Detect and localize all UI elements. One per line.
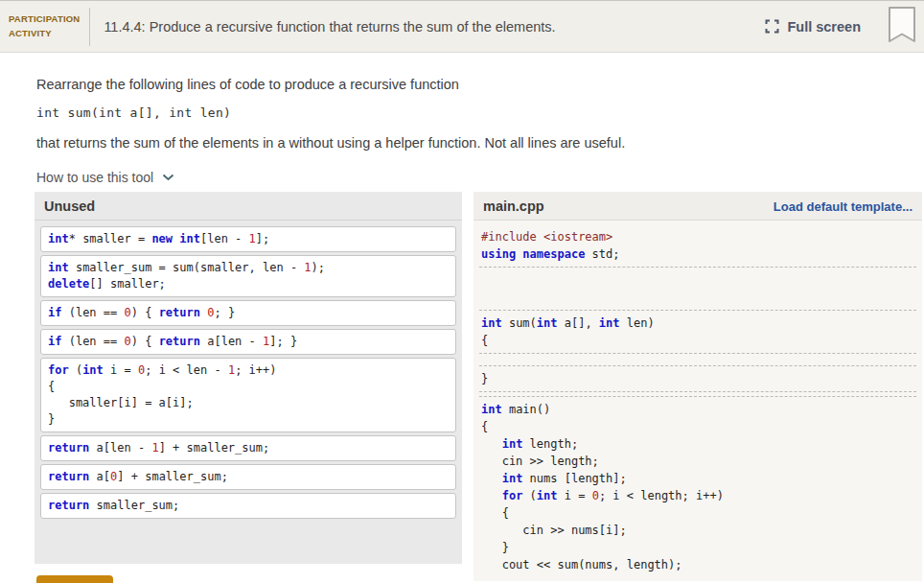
drop-zone[interactable]: [479, 267, 916, 311]
how-to-use-label: How to use this tool: [36, 170, 153, 185]
code-signature: int sum(int a[], int len): [36, 105, 924, 120]
unused-panel-title: Unused: [35, 192, 462, 221]
code-line: for (int i = 0; i < length; i++): [479, 487, 916, 504]
draggable-code-block[interactable]: return a[0] + smaller_sum;: [40, 464, 456, 490]
drop-zone[interactable]: [479, 391, 916, 397]
code-line: #include <iostream>: [479, 228, 916, 245]
fullscreen-button[interactable]: Full screen: [765, 19, 861, 35]
draggable-code-block[interactable]: return a[len - 1] + smaller_sum;: [40, 435, 456, 461]
main-cpp-header: main.cpp Load default template...: [474, 192, 922, 221]
main-code-area: #include <iostream>using namespace std;i…: [474, 221, 922, 581]
activity-header: PARTICIPATION ACTIVITY 11.4.4: Produce a…: [0, 0, 924, 53]
code-line: int nums [length];: [479, 470, 916, 487]
main-cpp-title: main.cpp: [483, 198, 544, 214]
code-line: int main(): [479, 401, 916, 418]
code-line: {: [479, 332, 916, 349]
activity-title: 11.4.4: Produce a recursive function tha…: [104, 19, 765, 35]
load-default-template-link[interactable]: Load default template...: [774, 199, 912, 214]
code-line: {: [479, 418, 916, 435]
instruction-text-2: that returns the sum of the elements in …: [36, 135, 924, 151]
how-to-use-toggle[interactable]: How to use this tool: [36, 170, 174, 185]
code-line: cout << sum(nums, length);: [479, 556, 916, 573]
unused-blocks-area: int* smaller = new int[len - 1];int smal…: [35, 221, 462, 527]
unused-panel: Unused int* smaller = new int[len - 1];i…: [35, 192, 462, 564]
code-line: {: [479, 504, 916, 522]
activity-type-label: PARTICIPATION ACTIVITY: [0, 12, 80, 40]
draggable-code-block[interactable]: int* smaller = new int[len - 1];: [40, 226, 456, 252]
chevron-down-icon: [162, 174, 174, 181]
fullscreen-icon: [765, 19, 779, 34]
code-line: using namespace std;: [479, 245, 916, 263]
zybooks-activity-page: PARTICIPATION ACTIVITY 11.4.4: Produce a…: [0, 0, 924, 583]
code-line: int length;: [479, 435, 916, 453]
parsons-panels: Unused int* smaller = new int[len - 1];i…: [35, 192, 922, 581]
check-button[interactable]: [36, 575, 113, 583]
draggable-code-block[interactable]: if (len == 0) { return a[len - 1]; }: [40, 329, 456, 355]
code-line: cin >> nums[i];: [479, 522, 916, 539]
drop-zone[interactable]: [479, 353, 916, 366]
instruction-text-1: Rearrange the following lines of code to…: [36, 77, 924, 92]
draggable-code-block[interactable]: for (int i = 0; i < len - 1; i++){ small…: [40, 358, 456, 432]
activity-content: Rearrange the following lines of code to…: [0, 53, 924, 583]
draggable-code-block[interactable]: int smaller_sum = sum(smaller, len - 1);…: [40, 255, 456, 297]
code-line: cin >> length;: [479, 453, 916, 470]
activity-type-line2: ACTIVITY: [9, 27, 80, 40]
fullscreen-label: Full screen: [787, 19, 861, 35]
main-cpp-panel: main.cpp Load default template... #inclu…: [474, 192, 922, 581]
draggable-code-block[interactable]: return smaller_sum;: [40, 493, 456, 519]
bookmark-ribbon-icon: [888, 6, 916, 46]
code-line: }: [479, 539, 916, 556]
draggable-code-block[interactable]: if (len == 0) { return 0; }: [40, 300, 456, 326]
header-divider: [89, 8, 90, 46]
code-line: int sum(int a[], int len): [479, 315, 916, 332]
code-line: }: [479, 370, 916, 387]
activity-type-line1: PARTICIPATION: [9, 12, 80, 26]
